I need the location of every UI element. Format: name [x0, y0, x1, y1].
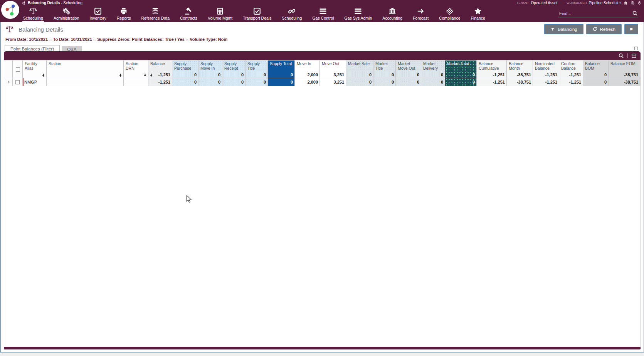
- nav-item-scheduling[interactable]: Scheduling: [22, 5, 44, 22]
- nav-item-accounting[interactable]: Accounting: [382, 5, 403, 22]
- column-header-supply-receipt[interactable]: Supply Receipt0: [222, 60, 245, 78]
- column-total: 0: [270, 72, 293, 77]
- column-header-station-drn[interactable]: Station DRN: [124, 60, 148, 78]
- search-icon[interactable]: [632, 10, 638, 16]
- column-header-supply-move-in[interactable]: Supply Move In0: [198, 60, 222, 78]
- signal-icon: [446, 7, 454, 15]
- cell-market-move-out[interactable]: 0: [396, 78, 421, 86]
- scale-icon: [29, 7, 37, 15]
- column-header-balance-cumulative[interactable]: Balance Cumulative-1,251: [477, 60, 507, 78]
- nav-item-label: Gas Sys Admin: [344, 16, 372, 20]
- app-logo[interactable]: [1, 1, 19, 19]
- nav-item-scheduling[interactable]: Scheduling: [281, 5, 303, 22]
- refresh-button[interactable]: Refresh: [586, 24, 622, 34]
- balancing-button[interactable]: Balancing: [544, 24, 583, 34]
- select-all-checkbox[interactable]: [16, 67, 20, 72]
- column-header-confirm-balance[interactable]: Confirm Balance-1,251: [559, 60, 583, 78]
- column-label: Move Out: [322, 62, 344, 66]
- column-header-supply-purchase[interactable]: Supply Purchase0: [172, 60, 198, 78]
- cell-market-title[interactable]: 0: [373, 78, 396, 86]
- filter-icon: [550, 27, 555, 32]
- nav-item-reports[interactable]: Reports: [116, 5, 132, 22]
- panel-expand-icon[interactable]: [634, 47, 638, 50]
- tenant-label: TENANT: [517, 1, 529, 5]
- nav-item-gas-sys-admin[interactable]: Gas Sys Admin: [343, 5, 373, 22]
- grid-maximize-icon[interactable]: [631, 53, 637, 59]
- grid-search-icon[interactable]: [618, 53, 624, 59]
- power-icon[interactable]: [637, 1, 642, 5]
- cell-supply-title[interactable]: 0: [245, 78, 268, 86]
- cell-nominated-balance[interactable]: -1,251: [533, 78, 559, 86]
- cell-supply-total[interactable]: 0: [268, 78, 295, 86]
- cell-confirm-balance[interactable]: -1,251: [559, 78, 583, 86]
- row-expand-chevron[interactable]: [4, 78, 13, 86]
- cell-move-in[interactable]: 2,000: [295, 78, 320, 86]
- nav-item-transport-deals[interactable]: Transport Deals: [242, 5, 272, 22]
- gears-icon: [62, 7, 71, 15]
- nav-item-compliance[interactable]: Compliance: [438, 5, 461, 22]
- cell-balance-month[interactable]: -38,751: [507, 78, 533, 86]
- cell-market-total[interactable]: 0: [445, 78, 477, 86]
- row-checkbox[interactable]: [15, 80, 20, 84]
- column-header-facility-alias[interactable]: Facility Alias: [23, 60, 47, 78]
- cell-station-drn[interactable]: [124, 78, 148, 86]
- nav-item-label: Scheduling: [23, 16, 43, 20]
- column-header-supply-title[interactable]: Supply Title0: [245, 60, 268, 78]
- cell-balance-cumulative[interactable]: -1,251: [477, 78, 507, 86]
- column-header-move-out[interactable]: Move Out3,251: [320, 60, 346, 78]
- pin-icon[interactable]: [150, 74, 153, 77]
- cell-balance[interactable]: -1,251: [148, 78, 172, 86]
- column-header-station[interactable]: Station: [47, 60, 124, 78]
- close-button[interactable]: ✖: [624, 24, 638, 34]
- cell-market-delivery[interactable]: 0: [421, 78, 445, 86]
- pin-icon[interactable]: [119, 74, 122, 77]
- column-total: 0: [200, 72, 220, 77]
- column-header-market-delivery[interactable]: Market Delivery0: [421, 60, 445, 78]
- cell-supply-purchase[interactable]: 0: [172, 78, 198, 86]
- nav-item-volume-mgmt[interactable]: Volume Mgmt: [207, 5, 233, 22]
- cell-supply-receipt[interactable]: 0: [222, 78, 245, 86]
- content-panel: Balancing Details Balancing Refresh ✖ Fr…: [0, 22, 644, 353]
- column-header-market-sale[interactable]: Market Sale0: [346, 60, 373, 78]
- nav-item-gas-control[interactable]: Gas Control: [311, 5, 335, 22]
- column-header-balance-bom[interactable]: Balance BOM0: [583, 60, 609, 78]
- nav-item-label: Transport Deals: [243, 16, 271, 20]
- cell-supply-move-in[interactable]: 0: [198, 78, 222, 86]
- find-input[interactable]: [559, 11, 632, 16]
- column-header-balance-eom[interactable]: Balance EOM-38,751: [609, 60, 640, 78]
- column-header-supply-total[interactable]: Supply Total0: [268, 60, 295, 78]
- column-header-move-in[interactable]: Move In2,000: [295, 60, 320, 78]
- column-total: 0: [224, 72, 244, 77]
- nav-item-label: Accounting: [382, 16, 402, 20]
- column-header-market-total[interactable]: Market Total0: [445, 60, 477, 78]
- nav-item-forecast[interactable]: Forecast: [412, 5, 429, 22]
- arrow-right-icon: [417, 7, 425, 15]
- table-row[interactable]: NMGP-1,251000002,0003,25100000-1,251-38,…: [4, 78, 641, 86]
- share-icon: [22, 1, 26, 5]
- cell-balance-eom[interactable]: -38,751: [609, 78, 640, 86]
- cell-facility-alias[interactable]: NMGP: [23, 78, 47, 86]
- column-label: Facility Alias: [25, 62, 45, 71]
- nav-item-finance[interactable]: Finance: [470, 5, 486, 22]
- column-header-market-move-out[interactable]: Market Move Out0: [396, 60, 421, 78]
- nav-item-inventory[interactable]: Inventory: [89, 5, 107, 22]
- home-icon[interactable]: [624, 1, 628, 5]
- column-header-balance[interactable]: Balance-1,251: [148, 60, 172, 78]
- chevron-right-icon: [7, 80, 10, 84]
- column-header-market-title[interactable]: Market Title0: [373, 60, 396, 78]
- main-nav: SchedulingAdministrationInventoryReports…: [0, 5, 644, 22]
- nav-item-reference-data[interactable]: Reference Data: [140, 5, 170, 22]
- pin-icon[interactable]: [42, 74, 45, 77]
- nav-item-contracts[interactable]: Contracts: [179, 5, 198, 22]
- pin-icon[interactable]: [143, 74, 147, 77]
- column-total: -1,251: [561, 72, 581, 77]
- nav-item-label: Reports: [117, 16, 131, 20]
- column-header-nominated-balance[interactable]: Nominated Balance-1,251: [533, 60, 559, 78]
- gear-icon[interactable]: [631, 1, 635, 5]
- cell-balance-bom[interactable]: 0: [583, 78, 609, 86]
- column-header-balance-month[interactable]: Balance Month-38,751: [507, 60, 533, 78]
- cell-station[interactable]: [47, 78, 124, 86]
- cell-market-sale[interactable]: 0: [346, 78, 373, 86]
- cell-move-out[interactable]: 3,251: [320, 78, 346, 86]
- nav-item-administration[interactable]: Administration: [53, 5, 80, 22]
